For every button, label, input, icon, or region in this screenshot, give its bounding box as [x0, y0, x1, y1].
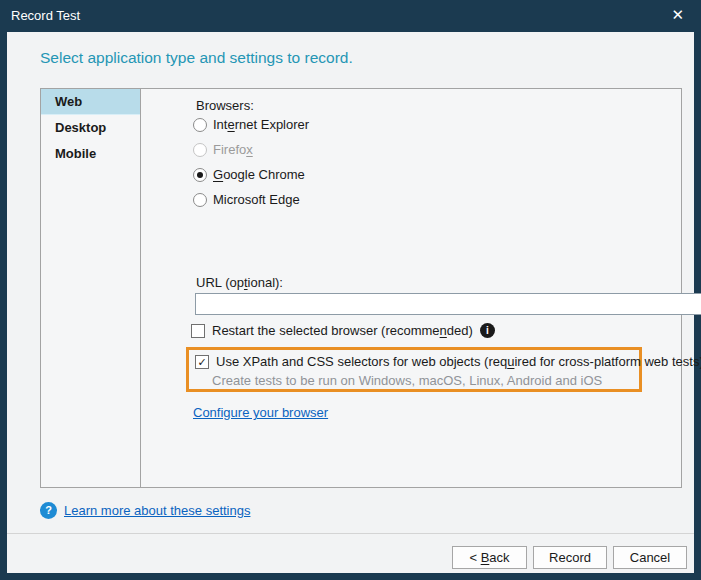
radio-icon[interactable]	[193, 118, 207, 132]
radio-icon[interactable]	[193, 193, 207, 207]
checkbox-label: Use XPath and CSS selectors for web obje…	[216, 354, 701, 369]
url-label: URL (optional):	[196, 275, 283, 290]
tab-web[interactable]: Web	[41, 89, 140, 115]
xpath-selectors-checkbox-row[interactable]: ✓ Use XPath and CSS selectors for web ob…	[195, 354, 701, 369]
help-icon[interactable]: ?	[40, 502, 57, 519]
radio-icon	[193, 143, 207, 157]
checkbox-checked-icon[interactable]: ✓	[195, 355, 209, 369]
radio-icon[interactable]	[193, 168, 207, 182]
app-type-tabs: Web Desktop Mobile	[41, 89, 141, 487]
checkbox-label: Restart the selected browser (recommende…	[212, 323, 473, 338]
radio-label: Microsoft Edge	[213, 192, 300, 207]
radio-label: Internet Explorer	[213, 117, 309, 132]
radio-google-chrome[interactable]: Google Chrome	[193, 167, 305, 182]
tab-desktop[interactable]: Desktop	[41, 115, 140, 141]
radio-firefox: Firefox	[193, 142, 253, 157]
footer-divider	[7, 533, 694, 534]
radio-label: Google Chrome	[213, 167, 305, 182]
radio-microsoft-edge[interactable]: Microsoft Edge	[193, 192, 300, 207]
xpath-highlight-box: ✓ Use XPath and CSS selectors for web ob…	[186, 347, 642, 392]
page-title: Select application type and settings to …	[40, 49, 353, 67]
url-input[interactable]	[195, 293, 701, 315]
configure-browser-link[interactable]: Configure your browser	[193, 405, 328, 420]
checkbox-unchecked-icon[interactable]	[191, 324, 205, 338]
learn-more-row: ? Learn more about these settings	[40, 502, 250, 519]
record-test-dialog: Record Test ✕ Select application type an…	[0, 0, 701, 580]
record-button[interactable]: Record	[533, 546, 607, 569]
radio-internet-explorer[interactable]: Internet Explorer	[193, 117, 309, 132]
xpath-subtext: Create tests to be run on Windows, macOS…	[212, 373, 602, 388]
info-icon: i	[480, 323, 495, 338]
cancel-button[interactable]: Cancel	[613, 546, 687, 569]
window-title: Record Test	[11, 0, 80, 32]
dialog-body: Select application type and settings to …	[7, 32, 694, 573]
web-settings-content: Browsers: Internet Explorer Firefox Goog…	[142, 89, 681, 487]
back-button[interactable]: < Back	[452, 546, 527, 569]
browsers-label: Browsers:	[196, 98, 254, 113]
close-icon[interactable]: ✕	[667, 0, 688, 30]
titlebar: Record Test ✕	[0, 0, 701, 32]
tab-mobile[interactable]: Mobile	[41, 141, 140, 167]
settings-panel: Web Desktop Mobile Browsers: Internet Ex…	[40, 88, 682, 488]
restart-browser-checkbox-row[interactable]: Restart the selected browser (recommende…	[191, 323, 495, 338]
learn-more-link[interactable]: Learn more about these settings	[64, 503, 250, 518]
radio-label: Firefox	[213, 142, 253, 157]
